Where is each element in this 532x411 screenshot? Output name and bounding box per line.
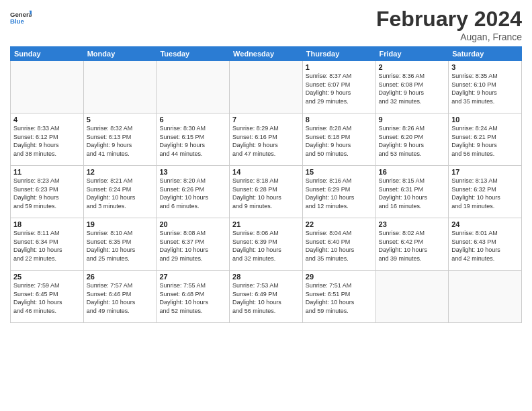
day-info: Sunrise: 7:51 AM Sunset: 6:51 PM Dayligh… <box>306 281 373 315</box>
day-number: 10 <box>451 116 519 124</box>
calendar-cell: 18Sunrise: 8:11 AM Sunset: 6:34 PM Dayli… <box>11 218 84 271</box>
day-number: 23 <box>379 220 446 228</box>
col-tuesday: Tuesday <box>157 47 230 61</box>
day-info: Sunrise: 8:29 AM Sunset: 6:16 PM Dayligh… <box>232 124 300 158</box>
logo: General Blue <box>10 7 32 31</box>
calendar-table: Sunday Monday Tuesday Wednesday Thursday… <box>10 46 522 323</box>
calendar-cell: 19Sunrise: 8:10 AM Sunset: 6:35 PM Dayli… <box>83 218 157 271</box>
day-info: Sunrise: 8:28 AM Sunset: 6:18 PM Dayligh… <box>306 124 373 158</box>
day-info: Sunrise: 8:15 AM Sunset: 6:31 PM Dayligh… <box>379 177 446 210</box>
day-number: 2 <box>379 63 446 71</box>
day-info: Sunrise: 8:20 AM Sunset: 6:26 PM Dayligh… <box>159 177 226 210</box>
calendar-cell: 23Sunrise: 8:02 AM Sunset: 6:42 PM Dayli… <box>375 218 449 271</box>
week-row-2: 4Sunrise: 8:33 AM Sunset: 6:12 PM Daylig… <box>11 113 522 166</box>
day-number: 28 <box>232 273 300 281</box>
logo-icon: General Blue <box>10 7 32 31</box>
day-info: Sunrise: 8:21 AM Sunset: 6:24 PM Dayligh… <box>87 177 154 210</box>
calendar-cell: 28Sunrise: 7:53 AM Sunset: 6:49 PM Dayli… <box>230 271 303 323</box>
month-title: February 2024 <box>376 7 522 32</box>
day-number: 13 <box>159 168 226 176</box>
day-info: Sunrise: 8:23 AM Sunset: 6:23 PM Dayligh… <box>13 177 81 210</box>
day-info: Sunrise: 8:26 AM Sunset: 6:20 PM Dayligh… <box>379 124 446 158</box>
calendar-cell: 6Sunrise: 8:30 AM Sunset: 6:15 PM Daylig… <box>157 113 230 166</box>
header: General Blue February 2024 Augan, France <box>10 7 522 42</box>
calendar-cell: 5Sunrise: 8:32 AM Sunset: 6:13 PM Daylig… <box>83 113 157 166</box>
calendar-cell: 26Sunrise: 7:57 AM Sunset: 6:46 PM Dayli… <box>83 271 157 323</box>
calendar-cell <box>11 61 84 113</box>
day-info: Sunrise: 8:08 AM Sunset: 6:37 PM Dayligh… <box>159 229 226 263</box>
day-number: 1 <box>306 63 373 71</box>
day-number: 7 <box>232 116 300 124</box>
col-wednesday: Wednesday <box>230 47 303 61</box>
day-number: 18 <box>13 220 81 228</box>
col-sunday: Sunday <box>11 47 84 61</box>
day-number: 20 <box>159 220 226 228</box>
week-row-4: 18Sunrise: 8:11 AM Sunset: 6:34 PM Dayli… <box>11 218 522 271</box>
calendar-cell: 8Sunrise: 8:28 AM Sunset: 6:18 PM Daylig… <box>302 113 375 166</box>
col-thursday: Thursday <box>302 47 375 61</box>
day-number: 26 <box>87 273 154 281</box>
calendar-cell: 24Sunrise: 8:01 AM Sunset: 6:43 PM Dayli… <box>449 218 522 271</box>
col-friday: Friday <box>375 47 449 61</box>
day-info: Sunrise: 8:37 AM Sunset: 6:07 PM Dayligh… <box>306 72 373 105</box>
day-info: Sunrise: 7:59 AM Sunset: 6:45 PM Dayligh… <box>13 281 81 315</box>
day-number: 24 <box>451 220 519 228</box>
day-number: 25 <box>13 273 81 281</box>
calendar-cell: 11Sunrise: 8:23 AM Sunset: 6:23 PM Dayli… <box>11 166 84 218</box>
day-number: 9 <box>379 116 446 124</box>
week-row-3: 11Sunrise: 8:23 AM Sunset: 6:23 PM Dayli… <box>11 166 522 218</box>
calendar-cell: 4Sunrise: 8:33 AM Sunset: 6:12 PM Daylig… <box>11 113 84 166</box>
calendar-cell: 21Sunrise: 8:06 AM Sunset: 6:39 PM Dayli… <box>230 218 303 271</box>
week-row-5: 25Sunrise: 7:59 AM Sunset: 6:45 PM Dayli… <box>11 271 522 323</box>
day-number: 27 <box>159 273 226 281</box>
day-number: 29 <box>306 273 373 281</box>
week-row-1: 1Sunrise: 8:37 AM Sunset: 6:07 PM Daylig… <box>11 61 522 113</box>
day-info: Sunrise: 8:02 AM Sunset: 6:42 PM Dayligh… <box>379 229 446 263</box>
day-info: Sunrise: 8:24 AM Sunset: 6:21 PM Dayligh… <box>451 124 519 158</box>
day-info: Sunrise: 8:06 AM Sunset: 6:39 PM Dayligh… <box>232 229 300 263</box>
calendar-cell: 17Sunrise: 8:13 AM Sunset: 6:32 PM Dayli… <box>449 166 522 218</box>
day-info: Sunrise: 7:55 AM Sunset: 6:48 PM Dayligh… <box>159 281 226 315</box>
calendar-cell <box>157 61 230 113</box>
calendar-cell: 27Sunrise: 7:55 AM Sunset: 6:48 PM Dayli… <box>157 271 230 323</box>
day-number: 5 <box>87 116 154 124</box>
day-number: 3 <box>451 63 519 71</box>
day-info: Sunrise: 8:33 AM Sunset: 6:12 PM Dayligh… <box>13 124 81 158</box>
calendar-cell: 10Sunrise: 8:24 AM Sunset: 6:21 PM Dayli… <box>449 113 522 166</box>
day-number: 21 <box>232 220 300 228</box>
day-number: 8 <box>306 116 373 124</box>
calendar-cell: 12Sunrise: 8:21 AM Sunset: 6:24 PM Dayli… <box>83 166 157 218</box>
col-saturday: Saturday <box>449 47 522 61</box>
day-info: Sunrise: 8:11 AM Sunset: 6:34 PM Dayligh… <box>13 229 81 263</box>
calendar-cell: 16Sunrise: 8:15 AM Sunset: 6:31 PM Dayli… <box>375 166 449 218</box>
calendar-cell: 22Sunrise: 8:04 AM Sunset: 6:40 PM Dayli… <box>302 218 375 271</box>
day-info: Sunrise: 8:10 AM Sunset: 6:35 PM Dayligh… <box>87 229 154 263</box>
title-block: February 2024 Augan, France <box>376 7 522 42</box>
day-number: 14 <box>232 168 300 176</box>
calendar-cell <box>230 61 303 113</box>
calendar-cell <box>449 271 522 323</box>
day-info: Sunrise: 7:53 AM Sunset: 6:49 PM Dayligh… <box>232 281 300 315</box>
svg-text:Blue: Blue <box>10 17 24 25</box>
calendar-cell: 14Sunrise: 8:18 AM Sunset: 6:28 PM Dayli… <box>230 166 303 218</box>
calendar-cell: 15Sunrise: 8:16 AM Sunset: 6:29 PM Dayli… <box>302 166 375 218</box>
day-number: 4 <box>13 116 81 124</box>
day-info: Sunrise: 8:01 AM Sunset: 6:43 PM Dayligh… <box>451 229 519 263</box>
calendar-cell <box>83 61 157 113</box>
day-info: Sunrise: 7:57 AM Sunset: 6:46 PM Dayligh… <box>87 281 154 315</box>
calendar-header-row: Sunday Monday Tuesday Wednesday Thursday… <box>11 47 522 61</box>
calendar-cell: 7Sunrise: 8:29 AM Sunset: 6:16 PM Daylig… <box>230 113 303 166</box>
day-info: Sunrise: 8:04 AM Sunset: 6:40 PM Dayligh… <box>306 229 373 263</box>
day-number: 16 <box>379 168 446 176</box>
page: General Blue February 2024 Augan, France… <box>0 0 532 411</box>
day-number: 6 <box>159 116 226 124</box>
day-info: Sunrise: 8:18 AM Sunset: 6:28 PM Dayligh… <box>232 177 300 210</box>
day-info: Sunrise: 8:32 AM Sunset: 6:13 PM Dayligh… <box>87 124 154 158</box>
day-info: Sunrise: 8:30 AM Sunset: 6:15 PM Dayligh… <box>159 124 226 158</box>
calendar-cell: 20Sunrise: 8:08 AM Sunset: 6:37 PM Dayli… <box>157 218 230 271</box>
day-number: 22 <box>306 220 373 228</box>
day-number: 17 <box>451 168 519 176</box>
calendar-cell <box>375 271 449 323</box>
calendar-cell: 1Sunrise: 8:37 AM Sunset: 6:07 PM Daylig… <box>302 61 375 113</box>
col-monday: Monday <box>83 47 157 61</box>
